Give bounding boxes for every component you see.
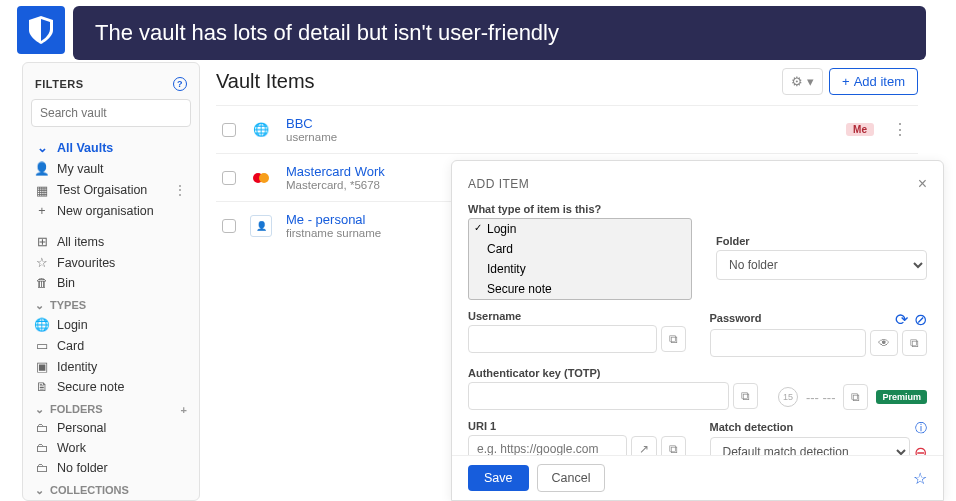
- eye-icon[interactable]: 👁: [870, 330, 898, 356]
- vault-item-row[interactable]: 🌐 BBC username Me ⋮: [216, 105, 918, 153]
- mastercard-icon: [250, 167, 272, 189]
- sidebar-favourites[interactable]: ☆Favourites: [23, 252, 199, 273]
- banner-text: The vault has lots of detail but isn't u…: [95, 20, 559, 45]
- username-input[interactable]: [468, 325, 657, 353]
- uri-label: URI 1: [468, 420, 686, 432]
- page-title: Vault Items: [216, 70, 315, 93]
- star-icon: ☆: [35, 255, 49, 270]
- button-label: Add item: [854, 74, 905, 89]
- info-icon[interactable]: ⓘ: [915, 420, 927, 437]
- chevron-down-icon: ▾: [807, 74, 814, 89]
- folder-select[interactable]: No folder: [716, 250, 927, 280]
- close-icon[interactable]: ×: [918, 175, 927, 193]
- password-label: Password: [710, 312, 762, 324]
- totp-timer: 15: [778, 387, 798, 407]
- sidebar-folder-personal[interactable]: 🗀Personal: [23, 418, 199, 438]
- add-item-modal: ADD ITEM × What type of item is this? Lo…: [451, 160, 944, 501]
- filters-title: FILTERS: [35, 78, 84, 90]
- folders-header[interactable]: ⌄FOLDERS+: [23, 397, 199, 418]
- sidebar-item-label: Work: [57, 441, 86, 455]
- sidebar-new-org[interactable]: +New organisation: [23, 201, 199, 221]
- sidebar-test-org[interactable]: ▦Test Orgaisation⋮: [23, 179, 199, 201]
- sidebar-type-card[interactable]: ▭Card: [23, 335, 199, 356]
- folder-icon: 🗀: [35, 441, 49, 455]
- sidebar-item-label: New organisation: [57, 204, 154, 218]
- option-secure-note[interactable]: Secure note: [469, 279, 691, 299]
- chevron-down-icon: ⌄: [35, 140, 49, 155]
- sidebar-folder-work[interactable]: 🗀Work: [23, 438, 199, 458]
- plus-icon: +: [842, 74, 850, 89]
- sidebar-type-identity[interactable]: ▣Identity: [23, 356, 199, 377]
- option-login[interactable]: Login: [469, 219, 691, 239]
- type-label: What type of item is this?: [468, 203, 692, 215]
- org-icon: ▦: [35, 183, 49, 198]
- id-icon: ▣: [35, 359, 49, 374]
- sidebar-bin[interactable]: 🗑Bin: [23, 273, 199, 293]
- sidebar-item-label: Personal: [57, 421, 106, 435]
- more-icon[interactable]: ⋮: [888, 120, 912, 139]
- cancel-button[interactable]: Cancel: [537, 464, 606, 492]
- sidebar-all-items[interactable]: ⊞All items: [23, 231, 199, 252]
- checkbox[interactable]: [222, 123, 236, 137]
- group-label: FOLDERS: [50, 403, 103, 415]
- check-icon[interactable]: ⊘: [914, 310, 927, 329]
- shield-icon: [29, 16, 53, 44]
- option-card[interactable]: Card: [469, 239, 691, 259]
- sidebar-type-note[interactable]: 🗎Secure note: [23, 377, 199, 397]
- search-input[interactable]: [31, 99, 191, 127]
- sidebar-folder-nofolder[interactable]: 🗀No folder: [23, 458, 199, 478]
- sidebar-all-vaults[interactable]: ⌄ All Vaults: [23, 137, 199, 158]
- id-icon: 👤: [250, 215, 272, 237]
- folder-icon: 🗀: [35, 421, 49, 435]
- sidebar-item-label: All Vaults: [57, 141, 113, 155]
- user-icon: 👤: [35, 161, 49, 176]
- add-item-button[interactable]: +Add item: [829, 68, 918, 95]
- sidebar-item-label: Secure note: [57, 380, 124, 394]
- sidebar-item-label: Card: [57, 339, 84, 353]
- password-input[interactable]: [710, 329, 867, 357]
- option-identity[interactable]: Identity: [469, 259, 691, 279]
- chevron-down-icon: ⌄: [35, 403, 44, 415]
- refresh-icon[interactable]: ⟳: [895, 310, 908, 329]
- totp-input[interactable]: [468, 382, 729, 410]
- sidebar-item-label: Test Orgaisation: [57, 183, 147, 197]
- type-select[interactable]: Login Card Identity Secure note: [468, 218, 692, 300]
- totp-label: Authenticator key (TOTP): [468, 367, 758, 379]
- item-name[interactable]: BBC: [286, 116, 832, 131]
- group-label: COLLECTIONS: [50, 484, 129, 496]
- sidebar-type-login[interactable]: 🌐Login: [23, 314, 199, 335]
- gear-button[interactable]: ⚙▾: [782, 68, 823, 95]
- copy-icon[interactable]: ⧉: [661, 326, 686, 352]
- gear-icon: ⚙: [791, 74, 803, 89]
- save-button[interactable]: Save: [468, 465, 529, 491]
- sidebar-item-label: No folder: [57, 461, 108, 475]
- trash-icon: 🗑: [35, 276, 49, 290]
- totp-dashes: --- ---: [806, 390, 836, 405]
- chevron-down-icon: ⌄: [35, 484, 44, 496]
- checkbox[interactable]: [222, 171, 236, 185]
- help-icon[interactable]: ?: [173, 77, 187, 91]
- premium-badge: Premium: [876, 390, 927, 404]
- annotation-banner: The vault has lots of detail but isn't u…: [73, 6, 926, 60]
- globe-icon: 🌐: [35, 317, 49, 332]
- collections-header[interactable]: ⌄COLLECTIONS: [23, 478, 199, 499]
- note-icon: 🗎: [35, 380, 49, 394]
- types-header[interactable]: ⌄TYPES: [23, 293, 199, 314]
- sidebar-item-label: All items: [57, 235, 104, 249]
- sidebar-item-label: Bin: [57, 276, 75, 290]
- sidebar-my-vault[interactable]: 👤My vault: [23, 158, 199, 179]
- group-label: TYPES: [50, 299, 86, 311]
- username-label: Username: [468, 310, 686, 322]
- plus-icon: +: [35, 204, 49, 218]
- folder-label: Folder: [716, 235, 927, 247]
- modal-title: ADD ITEM: [468, 177, 529, 191]
- favourite-icon[interactable]: ☆: [913, 469, 927, 488]
- more-icon[interactable]: ⋮: [173, 182, 187, 198]
- copy-icon[interactable]: ⧉: [733, 383, 758, 409]
- copy-icon[interactable]: ⧉: [902, 330, 927, 356]
- add-folder-icon[interactable]: +: [181, 404, 187, 416]
- copy-icon[interactable]: ⧉: [843, 384, 868, 410]
- grid-icon: ⊞: [35, 234, 49, 249]
- checkbox[interactable]: [222, 219, 236, 233]
- folder-icon: 🗀: [35, 461, 49, 475]
